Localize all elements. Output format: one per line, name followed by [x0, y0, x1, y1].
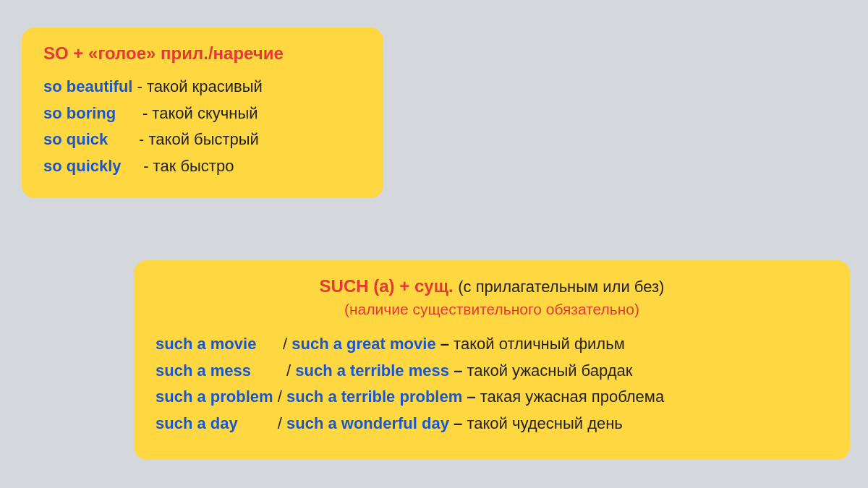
such-example-4: such a day / such a wonderful day – тако…	[156, 414, 828, 435]
so-example-4: so quickly - так быстро	[43, 156, 362, 177]
such-ex2-sep: /	[255, 361, 295, 380]
so-ex1-ru: - такой красивый	[137, 77, 263, 95]
so-example-2: so boring - такой скучный	[43, 103, 362, 124]
such-ex2-plain: such a mess	[156, 361, 251, 380]
such-ex4-dash: –	[454, 414, 467, 432]
such-example-1: such a movie / such a great movie – тако…	[156, 334, 828, 355]
such-ex2-bold: such a terrible mess	[295, 361, 449, 380]
so-ex2-en: so boring	[43, 104, 116, 122]
so-example-1: so beautiful - такой красивый	[43, 77, 362, 98]
such-ex1-sep: /	[261, 335, 292, 353]
such-subtitle: (наличие существительного обязательно)	[156, 301, 828, 318]
such-ex3-sep: /	[278, 388, 286, 406]
such-ex3-dash: –	[467, 388, 480, 406]
such-title-suffix: (с прилагательным или без)	[458, 278, 664, 296]
such-example-3: such a problem / such a terrible problem…	[156, 387, 828, 408]
such-ex1-dash: –	[441, 335, 454, 353]
so-example-3: so quick - такой быстрый	[43, 129, 362, 150]
such-ex1-bold: such a great movie	[292, 335, 435, 353]
such-example-2: such a mess / such a terrible mess – так…	[156, 361, 828, 382]
such-card-title: SUCH (а) + сущ. (с прилагательным или бе…	[156, 276, 828, 296]
such-card: SUCH (а) + сущ. (с прилагательным или бе…	[134, 260, 850, 460]
such-title-text: SUCH (а) + сущ.	[320, 276, 454, 296]
such-ex4-ru: такой чудесный день	[467, 414, 622, 432]
such-ex2-dash: –	[454, 361, 467, 380]
so-ex1-en: so beautiful	[43, 77, 132, 95]
so-ex4-en: so quickly	[43, 157, 122, 175]
such-ex4-sep: /	[242, 414, 286, 432]
such-ex2-ru: такой ужасный бардак	[467, 361, 632, 380]
such-ex4-plain: such a day	[156, 414, 238, 432]
so-ex2-ru: - такой скучный	[120, 104, 258, 122]
so-ex3-ru: - такой быстрый	[112, 130, 259, 148]
such-ex3-bold: such a terrible problem	[286, 388, 462, 406]
such-ex3-plain: such a problem	[156, 388, 273, 406]
so-ex3-en: so quick	[43, 130, 108, 148]
such-ex1-plain: such a movie	[156, 335, 256, 353]
such-ex1-ru: такой отличный фильм	[454, 335, 625, 353]
so-ex4-ru: - так быстро	[126, 157, 234, 175]
such-ex4-bold: such a wonderful day	[286, 414, 449, 432]
so-card: SO + «голое» прил./наречие so beautiful …	[22, 27, 383, 198]
such-ex3-ru: такая ужасная проблема	[480, 388, 664, 406]
so-card-title: SO + «голое» прил./наречие	[43, 43, 362, 64]
